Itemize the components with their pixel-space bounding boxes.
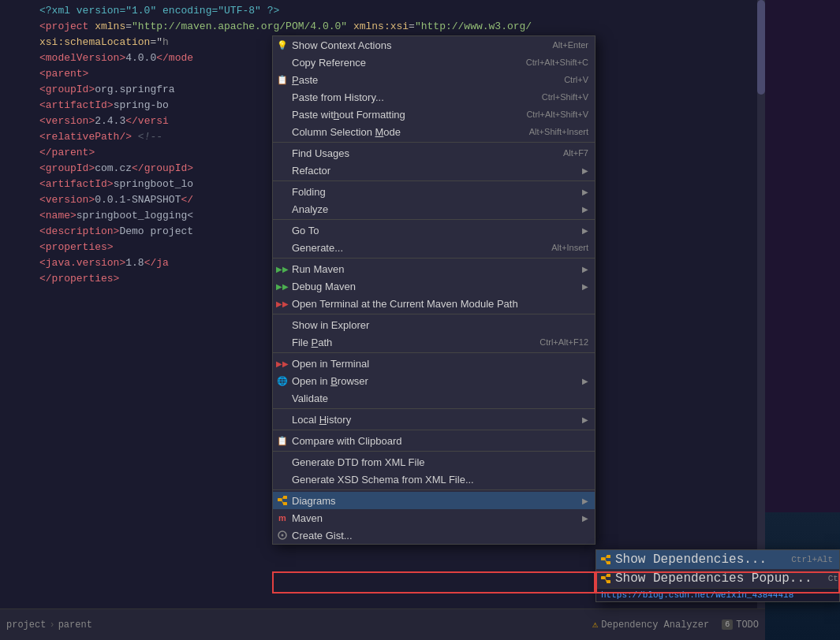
breadcrumb: project › parent: [6, 620, 92, 631]
svg-rect-0: [278, 498, 282, 501]
menu-item-paste-history[interactable]: Paste from History... Ctrl+Shift+V: [273, 88, 595, 106]
bottom-tabs: ⚠ Dependency Analyzer 6 TODO: [592, 619, 759, 631]
menu-item-shortcut: Ctrl+Shift+V: [542, 92, 588, 102]
arrow-icon: ▶: [582, 265, 588, 273]
menu-item-label: Show in Explorer: [292, 319, 588, 331]
bottom-bar: project › parent ⚠ Dependency Analyzer 6…: [0, 608, 765, 640]
menu-item-label: Show Dependencies...: [615, 553, 775, 567]
menu-item-column-mode[interactable]: Column Selection Mode Alt+Shift+Insert: [273, 123, 595, 140]
menu-item-generate[interactable]: Generate... Alt+Insert: [273, 239, 595, 256]
menu-item-show-explorer[interactable]: Show in Explorer: [273, 316, 595, 333]
arrow-icon: ▶: [582, 205, 588, 214]
separator: [273, 408, 595, 409]
svg-point-6: [282, 534, 284, 537]
tab-dependency-analyzer[interactable]: ⚠ Dependency Analyzer: [592, 619, 709, 631]
menu-item-run-maven[interactable]: ▶▶ Run Maven ▶: [273, 260, 595, 277]
menu-item-gen-xsd[interactable]: Generate XSD Schema from XML File...: [273, 471, 595, 488]
menu-item-gen-dtd[interactable]: Generate DTD from XML File: [273, 453, 595, 471]
svg-rect-8: [607, 555, 610, 558]
separator: [273, 142, 595, 143]
menu-item-open-terminal-maven[interactable]: ▶▶ Open Terminal at the Current Maven Mo…: [273, 295, 595, 312]
menu-item-shortcut: Ctrl+Alt+Shift+C: [526, 58, 588, 67]
empty-icon: [276, 336, 289, 348]
menu-item-copy-reference[interactable]: Copy Reference Ctrl+Alt+Shift+C: [273, 54, 595, 71]
menu-item-label: Open in Browser: [292, 375, 579, 387]
menu-item-shortcut: Alt+Insert: [551, 243, 588, 252]
menu-item-label: Generate DTD from XML File: [292, 456, 588, 468]
menu-item-shortcut: Alt+Shift+Insert: [529, 127, 588, 136]
menu-item-goto[interactable]: Go To ▶: [273, 221, 595, 239]
separator: [273, 219, 595, 220]
menu-item-label: Generate XSD Schema from XML File...: [292, 474, 588, 486]
menu-item-label: Find Usages: [292, 147, 547, 159]
menu-item-refactor[interactable]: Refactor ▶: [273, 162, 595, 179]
menu-item-label: File Path: [292, 337, 524, 348]
menu-item-shortcut: Ctrl+Alt: [791, 555, 833, 564]
separator: [273, 258, 595, 259]
breadcrumb-item-parent[interactable]: parent: [58, 620, 92, 631]
tab-label: Dependency Analyzer: [601, 620, 709, 631]
menu-item-shortcut: Ct: [828, 574, 838, 583]
arrow-icon: ▶: [582, 188, 588, 196]
run-maven-icon: ▶▶: [276, 262, 289, 275]
gist-icon: [276, 529, 289, 541]
show-deps-icon: [599, 553, 612, 566]
menu-item-folding[interactable]: Folding ▶: [273, 183, 595, 200]
empty-icon: [276, 147, 289, 159]
menu-item-analyze[interactable]: Analyze ▶: [273, 200, 595, 218]
arrow-icon: ▶: [582, 497, 588, 505]
menu-item-paste-no-format[interactable]: Paste without Formatting Ctrl+Alt+Shift+…: [273, 106, 595, 123]
separator: [273, 352, 595, 353]
empty-icon: [276, 318, 289, 331]
menu-item-label: Paste: [292, 74, 548, 86]
menu-item-open-terminal[interactable]: ▶▶ Open in Terminal: [273, 355, 595, 372]
menu-item-debug-maven[interactable]: ▶▶ Debug Maven ▶: [273, 277, 595, 295]
menu-item-diagrams[interactable]: Diagrams ▶: [273, 492, 595, 509]
empty-icon: [276, 185, 289, 198]
menu-item-shortcut: Ctrl+V: [564, 75, 588, 84]
menu-item-open-browser[interactable]: 🌐 Open in Browser ▶: [273, 372, 595, 389]
diagrams-icon: [276, 494, 289, 507]
menu-item-show-context-actions[interactable]: 💡 Show Context Actions Alt+Enter: [273, 36, 595, 54]
compare-icon: 📋: [276, 434, 289, 447]
menu-item-label: Copy Reference: [292, 57, 510, 69]
debug-maven-icon: ▶▶: [276, 280, 289, 292]
menu-item-find-usages[interactable]: Find Usages Alt+F7: [273, 144, 595, 162]
empty-icon: [276, 473, 289, 486]
menu-item-label: Show Dependencies Popup...: [615, 571, 812, 586]
menu-item-label: Open Terminal at the Current Maven Modul…: [292, 298, 588, 310]
empty-icon: [276, 392, 289, 404]
minimap: [765, 0, 840, 512]
svg-rect-1: [283, 496, 287, 499]
copy-icon: [276, 56, 289, 69]
menu-item-compare-clipboard[interactable]: 📋 Compare with Clipboard: [273, 432, 595, 449]
terminal-maven-icon: ▶▶: [276, 297, 289, 310]
separator: [273, 180, 595, 181]
menu-item-create-gist[interactable]: Create Gist...: [273, 527, 595, 544]
svg-rect-12: [601, 576, 605, 579]
empty-icon: [276, 108, 289, 121]
submenu-item-show-dependencies[interactable]: Show Dependencies... Ctrl+Alt: [596, 550, 839, 569]
menu-item-label: Paste without Formatting: [292, 109, 510, 121]
scrollbar-thumb[interactable]: [757, 0, 765, 95]
svg-line-16: [605, 578, 607, 582]
empty-icon: [276, 456, 289, 468]
menu-item-label: Validate: [292, 393, 588, 404]
menu-item-maven[interactable]: m Maven ▶: [273, 509, 595, 527]
menu-item-paste[interactable]: 📋 Paste Ctrl+V: [273, 71, 595, 88]
open-terminal-icon: ▶▶: [276, 357, 289, 370]
menu-item-shortcut: Ctrl+Alt+Shift+V: [526, 110, 588, 119]
tab-todo[interactable]: 6 TODO: [722, 620, 759, 631]
menu-item-label: Paste from History...: [292, 91, 526, 103]
separator: [273, 314, 595, 314]
submenu-item-show-deps-popup[interactable]: Show Dependencies Popup... Ct: [596, 569, 839, 588]
menu-item-label: Compare with Clipboard: [292, 435, 588, 447]
menu-item-shortcut: Alt+F7: [563, 148, 588, 158]
menu-item-validate[interactable]: Validate: [273, 389, 595, 407]
menu-item-file-path[interactable]: File Path Ctrl+Alt+F12: [273, 333, 595, 351]
menu-item-local-history[interactable]: Local History ▶: [273, 411, 595, 428]
menu-item-label: Create Gist...: [292, 530, 588, 541]
scrollbar[interactable]: [757, 0, 765, 640]
breadcrumb-item-project[interactable]: project: [6, 620, 46, 631]
svg-line-10: [605, 556, 607, 559]
